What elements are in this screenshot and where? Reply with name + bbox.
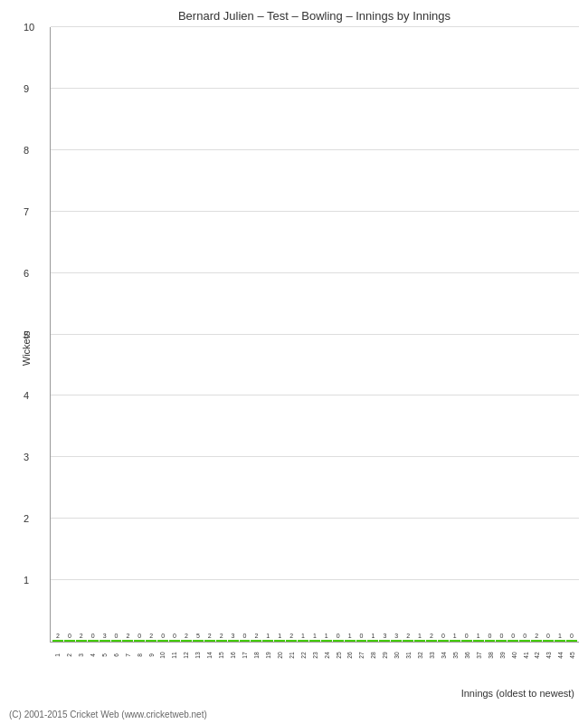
- y-tick-label: 10: [24, 22, 34, 33]
- bar-group: 0: [240, 633, 251, 642]
- bar-group: 2: [181, 633, 192, 642]
- bar-group: 1: [555, 633, 565, 642]
- bar-value: 0: [441, 633, 445, 640]
- bar: [367, 640, 378, 642]
- bar-value: 0: [68, 633, 71, 640]
- bar: [496, 640, 507, 642]
- bar-group: 0: [438, 633, 449, 642]
- bar-value: 0: [488, 633, 492, 640]
- bar-value: 0: [499, 633, 503, 640]
- bar: [333, 640, 344, 642]
- bar: [286, 640, 297, 642]
- bar-value: 2: [406, 633, 410, 640]
- bar: [76, 640, 87, 642]
- bar-group: 2: [204, 633, 215, 642]
- bar: [309, 640, 320, 642]
- bar: [485, 640, 496, 642]
- x-label: 45: [562, 650, 582, 661]
- bar: [274, 640, 285, 642]
- bar-group: 1: [274, 633, 285, 642]
- bar-value: 0: [546, 633, 550, 640]
- bar-value: 0: [465, 633, 469, 640]
- bar: [193, 640, 204, 642]
- y-tick-label: 9: [24, 83, 29, 94]
- bar: [240, 640, 251, 642]
- bar: [566, 640, 577, 642]
- bar-value: 0: [570, 633, 574, 640]
- bar-group: 2: [122, 633, 133, 642]
- bar-value: 2: [208, 633, 212, 640]
- bar-group: 3: [228, 633, 239, 642]
- bar-value: 2: [149, 633, 153, 640]
- bar-group: 2: [403, 633, 413, 642]
- bar: [321, 640, 332, 642]
- y-tick-label: 6: [24, 268, 29, 279]
- bar: [555, 640, 565, 642]
- bar-value: 2: [126, 633, 129, 640]
- bar: [531, 640, 542, 642]
- bar: [111, 640, 122, 642]
- bar-value: 1: [371, 633, 375, 640]
- bar: [251, 640, 261, 642]
- bar-value: 0: [161, 633, 165, 640]
- bar-group: 2: [426, 633, 437, 642]
- bar-group: 0: [485, 633, 496, 642]
- bar-value: 1: [325, 633, 328, 640]
- bar: [181, 640, 192, 642]
- y-tick-label: 3: [24, 452, 29, 462]
- bar: [52, 640, 63, 642]
- bar-value: 2: [254, 633, 258, 640]
- bar-value: 1: [477, 633, 480, 640]
- bar: [157, 640, 168, 642]
- bar-group: 2: [286, 633, 297, 642]
- x-labels: 1234567891011121314151617181920212223242…: [50, 645, 579, 665]
- y-tick-label: 5: [24, 329, 29, 340]
- bar-group: 0: [111, 633, 122, 642]
- bar-value: 0: [115, 633, 119, 640]
- bar: [414, 640, 425, 642]
- bar-group: 2: [52, 633, 63, 642]
- bar: [461, 640, 472, 642]
- bar-value: 2: [289, 633, 293, 640]
- bar-group: 0: [566, 633, 577, 642]
- bar: [216, 640, 227, 642]
- bar: [438, 640, 449, 642]
- bar: [391, 640, 402, 642]
- bar: [64, 640, 75, 642]
- y-tick-label: 1: [24, 575, 29, 586]
- bar-value: 0: [511, 633, 515, 640]
- bar-group: 1: [414, 633, 425, 642]
- y-tick-label: 7: [24, 206, 29, 217]
- bar-group: 0: [333, 633, 344, 642]
- bar-value: 0: [138, 633, 141, 640]
- x-axis-label: Innings (oldest to newest): [50, 688, 579, 699]
- bar-group: 0: [157, 633, 168, 642]
- bar-group: 0: [507, 633, 518, 642]
- bar-value: 0: [91, 633, 95, 640]
- y-tick-label: 4: [24, 390, 29, 401]
- bar-value: 1: [348, 633, 352, 640]
- bar-group: 2: [531, 633, 542, 642]
- bar-value: 0: [337, 633, 340, 640]
- bar-group: 0: [64, 633, 75, 642]
- bar: [88, 640, 99, 642]
- bar: [262, 640, 273, 642]
- bar-value: 3: [103, 633, 107, 640]
- bar-value: 0: [173, 633, 176, 640]
- chart-area: 12345678910 2020302020025223021121110101…: [50, 27, 579, 643]
- bar-group: 0: [356, 633, 367, 642]
- chart-container: Bernard Julien – Test – Bowling – Inning…: [0, 0, 588, 724]
- bar: [473, 640, 484, 642]
- bar-value: 3: [232, 633, 235, 640]
- bar: [169, 640, 180, 642]
- bar: [298, 640, 308, 642]
- y-tick-label: 2: [24, 513, 29, 524]
- bar-group: 1: [450, 633, 460, 642]
- bar-group: 0: [88, 633, 99, 642]
- bar-value: 1: [278, 633, 281, 640]
- bar-value: 1: [453, 633, 457, 640]
- bar-value: 2: [185, 633, 188, 640]
- bar-group: 0: [543, 633, 554, 642]
- bar-group: 0: [519, 633, 530, 642]
- bar-group: 3: [391, 633, 402, 642]
